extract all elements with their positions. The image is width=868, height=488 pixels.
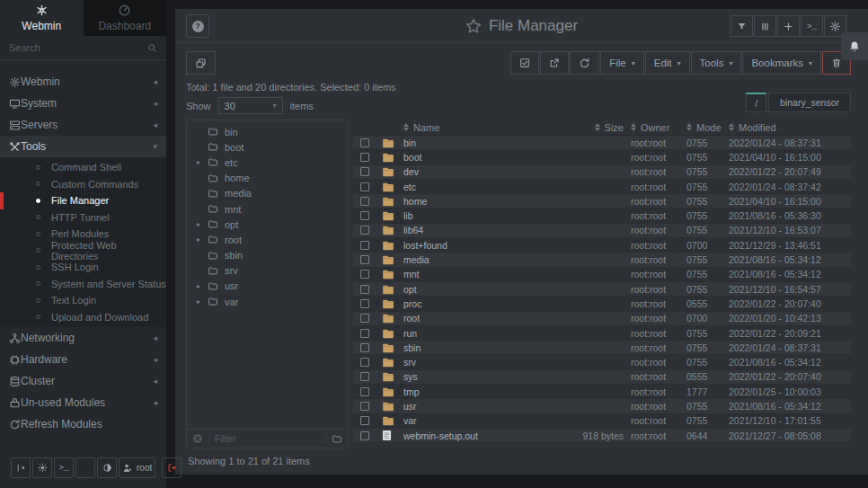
column-header-owner[interactable]: Owner xyxy=(631,122,686,133)
tree-node-home[interactable]: home xyxy=(187,171,348,186)
row-checkbox[interactable] xyxy=(360,153,369,162)
row-checkbox[interactable] xyxy=(360,314,369,323)
tree-node-boot[interactable]: boot xyxy=(187,139,348,155)
row-checkbox[interactable] xyxy=(360,299,369,308)
sidebar-subitem-text-login[interactable]: Text Login xyxy=(0,292,166,309)
column-header-mode[interactable]: Mode xyxy=(686,122,729,133)
table-row-var[interactable]: varroot:root07552021/12/10 - 17:01:55 xyxy=(353,414,851,429)
table-row-srv[interactable]: srvroot:root07552021/08/16 - 05:34:12 xyxy=(353,355,851,369)
table-row-bin[interactable]: binroot:root07552022/01/24 - 08:37:31 xyxy=(353,136,851,150)
table-row-media[interactable]: mediaroot:root07552021/08/16 - 05:34:12 xyxy=(353,253,851,267)
paste-buffer-button[interactable] xyxy=(186,51,216,75)
sidebar-item-networking[interactable]: Networking◂ xyxy=(0,327,166,349)
table-row-proc[interactable]: procroot:root05552022/01/22 - 20:07:40 xyxy=(353,297,851,311)
tree-node-srv[interactable]: srv xyxy=(187,263,348,279)
sidebar-item-refresh-modules[interactable]: Refresh Modules xyxy=(0,413,166,435)
row-checkbox[interactable] xyxy=(360,358,369,367)
sidebar-subitem-ssh-login[interactable]: SSH Login xyxy=(0,259,166,276)
table-row-run[interactable]: runroot:root07552022/01/22 - 20:09:21 xyxy=(353,326,851,341)
column-header-size[interactable]: Size xyxy=(559,122,631,133)
folder-icon[interactable] xyxy=(332,434,342,444)
tab-webmin[interactable]: Webmin xyxy=(0,0,84,36)
row-checkbox[interactable] xyxy=(360,138,369,147)
collapse-sidebar-button[interactable] xyxy=(11,457,31,478)
create-button[interactable] xyxy=(777,15,800,37)
sidebar-subitem-file-manager[interactable]: File Manager xyxy=(0,192,166,209)
sidebar-subitem-system-and-server-status[interactable]: System and Server Status xyxy=(0,276,166,293)
star-icon[interactable] xyxy=(465,18,482,34)
column-header-name[interactable]: Name xyxy=(403,122,559,133)
table-row-lost-found[interactable]: lost+foundroot:root07002021/12/29 - 13:4… xyxy=(353,238,851,253)
tree-node-opt[interactable]: ▸opt xyxy=(187,217,348,232)
table-row-home[interactable]: homeroot:root07552021/04/10 - 16:15:00 xyxy=(353,194,851,209)
theme-button[interactable] xyxy=(97,457,117,478)
row-checkbox[interactable] xyxy=(360,431,369,440)
help-button[interactable]: ? xyxy=(186,14,209,38)
file-menu-button[interactable]: File▾ xyxy=(600,51,644,75)
sidebar-subitem-upload-and-download[interactable]: Upload and Download xyxy=(0,309,166,326)
expand-arrow-icon[interactable]: ▸ xyxy=(197,297,207,306)
row-checkbox[interactable] xyxy=(360,167,369,176)
columns-button[interactable] xyxy=(754,15,776,37)
row-checkbox[interactable] xyxy=(360,211,369,220)
tree-node-sbin[interactable]: sbin xyxy=(187,248,348,263)
row-checkbox[interactable] xyxy=(360,372,369,381)
search-input[interactable] xyxy=(9,42,147,53)
tree-node-bin[interactable]: bin xyxy=(187,124,348,139)
table-row-lib[interactable]: libroot:root07552021/08/16 - 05:36:30 xyxy=(353,209,851,223)
table-row-usr[interactable]: usrroot:root07552021/08/16 - 05:34:12 xyxy=(353,399,851,413)
row-checkbox[interactable] xyxy=(360,241,369,250)
notifications-flyout[interactable] xyxy=(841,32,868,60)
select-all-button[interactable] xyxy=(510,51,539,75)
path-segment-binary-sensor[interactable]: binary_sensor xyxy=(768,93,851,112)
table-row-root[interactable]: rootroot:root07002022/01/20 - 10:42:13 xyxy=(353,312,851,326)
sidebar-item-hardware[interactable]: Hardware◂ xyxy=(0,349,166,370)
row-checkbox[interactable] xyxy=(360,387,369,396)
expand-arrow-icon[interactable]: ▸ xyxy=(197,220,207,228)
favorites-button[interactable] xyxy=(75,457,95,478)
row-checkbox[interactable] xyxy=(360,182,369,191)
user-button[interactable]: root xyxy=(119,457,155,478)
terminal-button[interactable]: >_ xyxy=(801,15,823,37)
tree-node-usr[interactable]: ▸usr xyxy=(187,279,348,294)
tree-node-media[interactable]: media xyxy=(187,186,348,201)
table-row-webmin-setup-out[interactable]: webmin-setup.out918 bytesroot:root064420… xyxy=(353,429,851,443)
row-checkbox[interactable] xyxy=(360,285,369,294)
row-checkbox[interactable] xyxy=(360,255,369,264)
row-checkbox[interactable] xyxy=(360,197,369,206)
filter-input[interactable]: Filter xyxy=(215,433,320,444)
sidebar-subitem-command-shell[interactable]: Command Shell xyxy=(0,159,166,176)
bookmarks-menu-button[interactable]: Bookmarks▾ xyxy=(742,51,821,75)
filter-button[interactable] xyxy=(731,15,753,37)
expand-arrow-icon[interactable]: ▸ xyxy=(197,235,207,244)
sidebar-item-webmin[interactable]: Webmin◂ xyxy=(0,71,166,93)
refresh-button[interactable] xyxy=(570,51,599,75)
table-row-opt[interactable]: optroot:root07552021/12/10 - 16:54:57 xyxy=(353,282,851,297)
table-row-boot[interactable]: bootroot:root07552021/04/10 - 16:15:00 xyxy=(353,150,851,164)
sidebar-subitem-custom-commands[interactable]: Custom Commands xyxy=(0,176,166,193)
row-checkbox[interactable] xyxy=(360,402,369,411)
tree-node-root[interactable]: ▸root xyxy=(187,232,348,247)
sidebar-item-un-used-modules[interactable]: Un-used Modules◂ xyxy=(0,392,166,413)
open-in-new-button[interactable] xyxy=(540,51,569,75)
tree-node-etc[interactable]: ▸etc xyxy=(187,155,348,170)
row-checkbox[interactable] xyxy=(360,343,369,352)
table-row-lib64[interactable]: lib64root:root07552021/12/10 - 16:53:07 xyxy=(353,224,851,238)
sidebar-item-servers[interactable]: Servers◂ xyxy=(0,114,166,136)
table-row-sys[interactable]: sysroot:root05552022/01/22 - 20:07:40 xyxy=(353,370,851,385)
edit-menu-button[interactable]: Edit▾ xyxy=(645,51,690,75)
tree-node-mnt[interactable]: mnt xyxy=(187,201,348,217)
row-checkbox[interactable] xyxy=(360,226,369,235)
sidebar-item-system[interactable]: System◂ xyxy=(0,93,166,114)
table-row-tmp[interactable]: tmproot:root17772022/01/25 - 10:00:03 xyxy=(353,385,851,399)
expand-arrow-icon[interactable]: ▸ xyxy=(197,158,207,166)
table-row-dev[interactable]: devroot:root07552022/01/22 - 20:07:49 xyxy=(353,165,851,180)
sidebar-subitem-protected-web-directories[interactable]: Protected Web Directories xyxy=(0,243,166,260)
table-row-sbin[interactable]: sbinroot:root07552022/01/24 - 08:37:31 xyxy=(353,341,851,355)
table-row-etc[interactable]: etcroot:root07552022/01/24 - 08:37:42 xyxy=(353,180,851,194)
row-checkbox[interactable] xyxy=(360,416,369,425)
column-header-modified[interactable]: Modified xyxy=(729,122,851,133)
sidebar-subitem-http-tunnel[interactable]: HTTP Tunnel xyxy=(0,209,166,226)
row-checkbox[interactable] xyxy=(360,329,369,338)
night-mode-button[interactable] xyxy=(32,457,52,478)
